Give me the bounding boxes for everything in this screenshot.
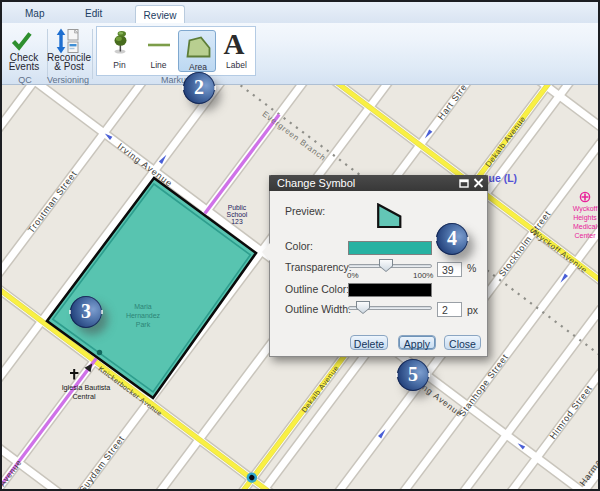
svg-text:Medical: Medical: [573, 223, 598, 230]
svg-text:Wyckoff: Wyckoff: [573, 205, 598, 213]
svg-text:Hernandez: Hernandez: [126, 312, 161, 319]
svg-text:School: School: [227, 211, 248, 218]
svg-text:Public: Public: [228, 204, 247, 211]
svg-text:Center: Center: [574, 232, 596, 239]
svg-text:Park: Park: [136, 321, 151, 328]
svg-text:Maria: Maria: [134, 303, 152, 310]
svg-text:123: 123: [231, 218, 243, 225]
svg-text:Central: Central: [72, 392, 96, 401]
svg-text:ue (L): ue (L): [489, 172, 518, 184]
svg-text:Iglesia Bautista: Iglesia Bautista: [62, 383, 111, 392]
svg-text:Heights: Heights: [573, 214, 597, 222]
